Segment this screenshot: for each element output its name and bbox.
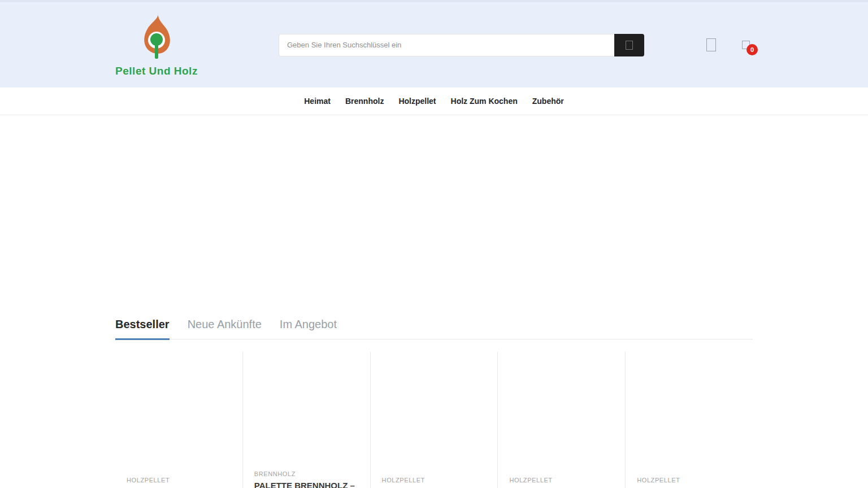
nav-item-zubehoer[interactable]: Zubehör <box>525 97 571 106</box>
account-icon[interactable] <box>706 38 716 51</box>
product-image <box>382 352 487 472</box>
tab-bestseller[interactable]: Bestseller <box>115 318 170 340</box>
hero-slider-empty <box>0 115 868 306</box>
product-category: HOLZPELLET <box>127 477 231 483</box>
product-image <box>254 352 359 466</box>
tab-neue-ankuenfte[interactable]: Neue Ankünfte <box>188 318 262 339</box>
search-icon <box>626 41 633 50</box>
product-category: HOLZPELLET <box>509 477 614 483</box>
site-header: Pellet Und Holz 0 <box>0 0 868 88</box>
product-image <box>637 352 741 472</box>
nav-item-holzpellet[interactable]: Holzpellet <box>391 97 443 106</box>
product-card[interactable]: HOLZPELLET Halbpalette Von Holzpellets 1… <box>497 352 625 488</box>
tab-im-angebot[interactable]: Im Angebot <box>280 318 337 339</box>
product-card[interactable]: BRENNHOLZ PALETTE BRENNHOLZ – 40 CM – 3 <box>242 352 370 488</box>
product-tabs: Bestseller Neue Ankünfte Im Angebot <box>115 306 753 339</box>
product-category: HOLZPELLET <box>382 477 487 483</box>
cart-count-badge: 0 <box>747 44 758 55</box>
product-image <box>509 352 614 472</box>
product-grid: HOLZPELLET Holzpellets PAULS Pellets 70 … <box>115 352 753 488</box>
nav-item-heimat[interactable]: Heimat <box>297 97 338 106</box>
search-form <box>279 34 644 56</box>
product-card[interactable]: HOLZPELLET Holzpellets PAULS Pellets 10 <box>625 352 753 488</box>
main-nav: Heimat Brennholz Holzpellet Holz Zum Koc… <box>0 88 868 115</box>
product-category: HOLZPELLET <box>637 477 741 483</box>
search-button[interactable] <box>614 34 644 56</box>
product-category: BRENNHOLZ <box>254 470 359 477</box>
cart-button[interactable]: 0 <box>742 41 750 49</box>
nav-item-brennholz[interactable]: Brennholz <box>338 97 391 106</box>
flame-logo-icon <box>141 13 172 62</box>
product-card[interactable]: HOLZPELLET Crépito Holzpellets (Palette … <box>370 352 498 488</box>
nav-item-holz-zum-kochen[interactable]: Holz Zum Kochen <box>444 97 525 106</box>
product-title[interactable]: PALETTE BRENNHOLZ – 40 CM – 3 <box>254 480 359 488</box>
site-logo[interactable]: Pellet Und Holz <box>115 13 198 77</box>
logo-text: Pellet Und Holz <box>115 65 198 77</box>
product-card[interactable]: HOLZPELLET Holzpellets PAULS Pellets 70 <box>115 352 242 488</box>
product-image <box>127 352 231 472</box>
search-input[interactable] <box>279 34 614 56</box>
